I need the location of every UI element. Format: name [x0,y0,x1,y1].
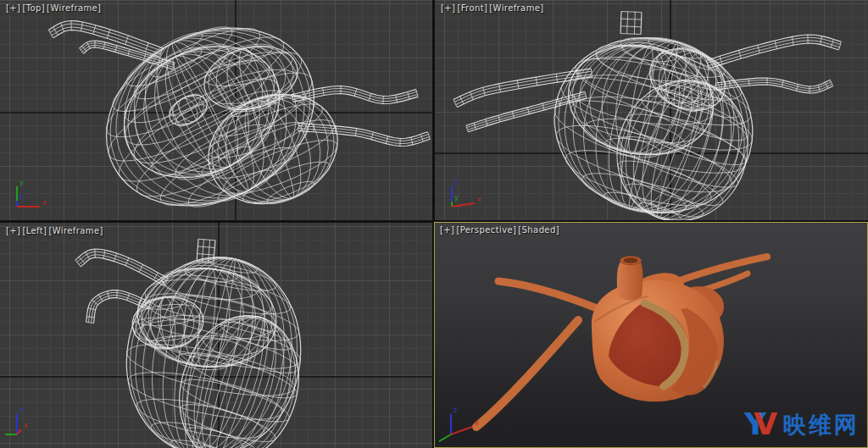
viewport-shading-menu[interactable]: [Wireframe] [48,226,103,235]
aorta-opening [624,257,638,263]
watermark-text: 映维网 [783,413,860,436]
world-axis-gizmo: zyx [5,406,56,445]
svg-text:z: z [19,407,23,414]
vessel-left-upper [498,281,597,308]
viewport-label: [+][Left][Wireframe] [6,226,105,235]
viewport-menu-icon[interactable]: [+] [441,3,455,13]
svg-text:x: x [24,422,28,429]
max-viewport-layout: [+][Top][Wireframe] yzx [+][Front][Wiref… [0,0,868,448]
viewport-label: [+][Perspective][Shaded] [440,225,561,235]
heart-wireframe-model-left[interactable] [0,223,432,448]
svg-text:y: y [19,179,24,186]
vessel-left-long [476,320,578,427]
viewport-front[interactable]: [+][Front][Wireframe] zyx [435,0,868,220]
viewport-menu-icon[interactable]: [+] [6,3,20,13]
yingwei-watermark: Y V 映维网 [744,409,860,440]
viewport-name-menu[interactable]: [Front] [457,3,487,13]
viewport-name-menu[interactable]: [Perspective] [456,225,516,235]
world-axis-gizmo: zxy [439,406,490,445]
viewport-menu-icon[interactable]: [+] [6,226,20,235]
heart-wireframe-model-front[interactable] [435,0,868,220]
aorta [617,261,643,301]
svg-text:z: z [454,179,458,186]
svg-text:x: x [475,419,479,427]
viewport-name-menu[interactable]: [Left] [22,226,47,235]
svg-text:x: x [477,196,481,203]
viewport-top[interactable]: [+][Top][Wireframe] yzx [0,0,432,220]
heart-wireframe-model-top[interactable] [0,0,432,220]
viewport-shading-menu[interactable]: [Wireframe] [47,3,101,13]
viewport-menu-icon[interactable]: [+] [440,225,454,235]
world-axis-gizmo: zyx [440,178,491,217]
svg-text:x: x [42,199,47,207]
svg-text:z: z [19,193,23,201]
world-axis-gizmo: yzx [5,178,56,217]
viewport-name-menu[interactable]: [Top] [22,3,45,13]
svg-text:z: z [453,407,457,414]
svg-text:y: y [454,194,459,202]
viewport-label: [+][Top][Wireframe] [6,3,103,13]
viewport-left[interactable]: [+][Left][Wireframe] zyx [0,223,432,448]
viewport-label: [+][Front][Wireframe] [441,3,546,13]
watermark-logo-v: V [754,409,777,440]
viewport-shading-menu[interactable]: [Shaded] [518,225,559,235]
viewport-shading-menu[interactable]: [Wireframe] [489,3,543,13]
